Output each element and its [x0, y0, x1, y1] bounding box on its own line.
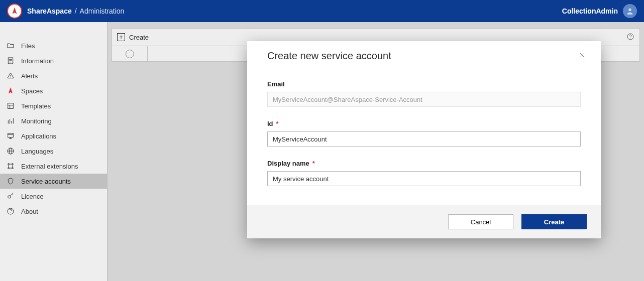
email-label: Email — [267, 80, 581, 88]
sidebar-item-monitoring[interactable]: Monitoring — [0, 113, 107, 128]
select-all-circle-icon[interactable] — [126, 50, 134, 58]
sidebar-item-information[interactable]: Information — [0, 53, 107, 68]
display-name-label: Display name* — [267, 160, 581, 167]
avatar-icon[interactable] — [623, 4, 637, 18]
sidebar-item-label: Service accounts — [21, 178, 71, 185]
template-icon — [6, 101, 15, 110]
list-header-cell[interactable] — [148, 46, 264, 61]
brand-logo-icon — [7, 4, 22, 19]
modal-header: Create new service account — [247, 41, 601, 69]
create-submit-button[interactable]: Create — [521, 214, 587, 229]
app-header: ShareAspace / Administration CollectionA… — [0, 0, 644, 22]
sidebar-item-label: Templates — [21, 102, 51, 110]
folder-icon — [6, 41, 15, 50]
sidebar-item-spaces[interactable]: Spaces — [0, 83, 107, 98]
spaces-icon — [6, 86, 15, 95]
main-content: + Create Create new service account — [108, 22, 644, 281]
brand-separator: / — [72, 7, 80, 15]
key-icon — [6, 192, 15, 201]
sidebar-item-label: Languages — [21, 148, 53, 155]
sidebar-nav: Files Information Alerts Spaces Template… — [0, 22, 108, 281]
svg-point-21 — [8, 164, 10, 165]
extensions-icon — [6, 162, 15, 171]
required-icon: * — [312, 160, 315, 167]
sidebar-item-external-extensions[interactable]: External extensions — [0, 159, 107, 174]
shield-icon — [6, 177, 15, 186]
sidebar-item-label: Applications — [21, 132, 56, 140]
sidebar-item-files[interactable]: Files — [0, 38, 107, 53]
toolbar-help-icon[interactable] — [626, 33, 634, 42]
sidebar-item-alerts[interactable]: Alerts — [0, 68, 107, 83]
header-user-area[interactable]: CollectionAdmin — [562, 4, 637, 18]
sidebar-item-applications[interactable]: Applications — [0, 128, 107, 144]
svg-point-29 — [8, 196, 11, 198]
sidebar-item-templates[interactable]: Templates — [0, 98, 107, 113]
email-field — [267, 92, 581, 107]
document-icon — [6, 56, 15, 65]
svg-point-0 — [628, 9, 631, 11]
required-icon: * — [276, 120, 279, 127]
modal-title: Create new service account — [267, 50, 391, 62]
brand-name: ShareAspace — [27, 7, 72, 15]
svg-point-22 — [12, 164, 14, 165]
globe-icon — [6, 147, 15, 156]
monitoring-icon — [6, 116, 15, 125]
create-service-account-modal: Create new service account Email Id* Dis… — [247, 41, 601, 238]
svg-point-23 — [8, 168, 10, 169]
create-button-label: Create — [129, 34, 149, 41]
sidebar-item-label: About — [21, 208, 38, 215]
svg-rect-14 — [8, 133, 14, 137]
sidebar-item-label: Files — [21, 42, 35, 50]
svg-point-24 — [12, 168, 14, 169]
id-field[interactable] — [267, 131, 581, 147]
applications-icon — [6, 131, 15, 140]
sidebar-item-label: External extensions — [21, 163, 78, 170]
sidebar-item-about[interactable]: About — [0, 204, 107, 219]
display-name-field[interactable] — [267, 171, 581, 186]
create-button[interactable]: + Create — [117, 33, 149, 41]
brand-section: Administration — [80, 7, 125, 15]
list-header-select-cell[interactable] — [112, 46, 148, 61]
modal-footer: Cancel Create — [247, 205, 601, 238]
sidebar-item-label: Information — [21, 57, 54, 65]
id-label: Id* — [267, 120, 581, 127]
sidebar-item-label: Licence — [21, 193, 44, 200]
sidebar-item-service-accounts[interactable]: Service accounts — [0, 174, 107, 189]
svg-line-31 — [12, 194, 13, 195]
svg-rect-7 — [8, 103, 14, 109]
close-icon[interactable] — [579, 52, 586, 61]
help-icon — [6, 207, 15, 216]
current-user-label: CollectionAdmin — [562, 7, 618, 15]
sidebar-item-label: Monitoring — [21, 117, 52, 125]
modal-body: Email Id* Display name* — [247, 69, 601, 205]
alert-icon — [6, 71, 15, 80]
sidebar-item-licence[interactable]: Licence — [0, 189, 107, 204]
cancel-button[interactable]: Cancel — [448, 214, 513, 229]
plus-icon: + — [117, 33, 125, 41]
sidebar-item-languages[interactable]: Languages — [0, 144, 107, 159]
sidebar-item-label: Alerts — [21, 72, 38, 80]
sidebar-item-label: Spaces — [21, 87, 43, 95]
